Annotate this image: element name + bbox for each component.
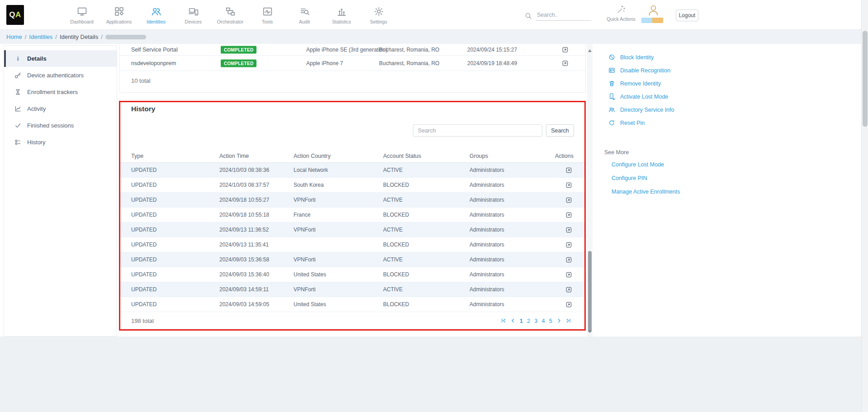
history-row-details-button[interactable] (555, 227, 572, 233)
pagination-page-2[interactable]: 2 (527, 317, 530, 324)
logo-letter-q: Q (9, 10, 15, 19)
quick-actions-button[interactable]: Quick Actions (605, 5, 637, 22)
global-search-input[interactable] (536, 11, 591, 21)
history-row-details-button[interactable] (555, 271, 572, 278)
history-row-details-button[interactable] (555, 286, 572, 293)
history-cell-action-country: Local Network (294, 167, 383, 173)
history-cell-groups: Administrators (470, 242, 555, 248)
history-row-details-button[interactable] (555, 182, 572, 189)
history-row-details-button[interactable] (555, 212, 572, 218)
history-row-details-button[interactable] (555, 167, 572, 174)
nav-item-devices[interactable]: Devices (175, 0, 212, 30)
orchestrator-icon (225, 6, 236, 17)
page-scrollbar[interactable] (861, 0, 868, 412)
identity-sidebar: i Details Device authenticators Enrollme… (4, 45, 117, 336)
breadcrumb: Home / Identities / Identity Details / (0, 30, 868, 44)
pagination-next-button[interactable] (556, 318, 562, 323)
avatar-bar-blue-segment (641, 18, 652, 23)
scroll-down-icon[interactable] (588, 330, 592, 333)
history-cell-action-time: 2024/09/13 11:36:52 (219, 227, 294, 233)
breadcrumb-home[interactable]: Home (6, 33, 22, 40)
history-cell-account-status: BLOCKED (383, 212, 470, 218)
sidebar-item-enrollment-trackers[interactable]: Enrollment trackers (4, 84, 117, 100)
history-cell-groups: Administrators (470, 167, 555, 173)
nav-item-identities[interactable]: Identities (138, 0, 175, 30)
action-reset-pin[interactable]: Reset Pin (608, 116, 674, 129)
nav-item-applications[interactable]: Applications (100, 0, 138, 30)
history-table-row: UPDATED 2024/09/13 11:36:52 VPNForti ACT… (120, 223, 585, 237)
action-block-identity[interactable]: Block Identity (608, 51, 674, 64)
session-details-button[interactable] (562, 46, 569, 53)
history-cell-type: UPDATED (131, 242, 219, 248)
sidebar-item-history[interactable]: History (4, 134, 117, 151)
action-configure-lost-mode[interactable]: Configure Lost Mode (612, 158, 680, 171)
main-content: Self Service Portal COMPLETED Apple iPho… (119, 44, 593, 336)
history-table-row: UPDATED 2024/09/03 15:36:40 United State… (120, 267, 585, 282)
pagination-page-5[interactable]: 5 (549, 317, 552, 324)
history-row-details-button[interactable] (555, 242, 572, 248)
history-cell-groups: Administrators (470, 197, 555, 203)
history-cell-action-country: VPNForti (294, 227, 383, 233)
page-scrollbar-thumb[interactable] (863, 31, 868, 127)
content-scrollbar-thumb[interactable] (588, 251, 592, 332)
id-card-icon (608, 67, 615, 74)
history-cell-groups: Administrators (470, 286, 555, 293)
see-more-label: See More (604, 149, 629, 156)
magic-wand-icon (605, 5, 637, 14)
history-cell-type: UPDATED (131, 301, 219, 308)
history-cell-action-country: South Korea (294, 182, 383, 188)
action-disable-recognition[interactable]: Disable Recognition (608, 64, 674, 77)
content-scrollbar[interactable] (587, 44, 593, 336)
history-cell-type: UPDATED (131, 167, 219, 173)
dashboard-icon (76, 6, 88, 17)
user-avatar[interactable] (641, 4, 665, 23)
nav-item-settings[interactable]: Settings (360, 0, 397, 30)
main-nav: Dashboard Applications Identities Device… (63, 0, 397, 30)
reset-icon (608, 119, 615, 126)
action-configure-pin[interactable]: Configure PIN (612, 171, 680, 185)
history-search-button[interactable]: Search (546, 124, 574, 137)
global-search (525, 11, 591, 21)
pagination-first-button[interactable] (501, 318, 506, 323)
nav-item-statistics[interactable]: Statistics (323, 0, 360, 30)
nav-item-orchestrator[interactable]: Orchestrator (212, 0, 249, 30)
history-table-row: UPDATED 2024/09/03 15:36:58 VPNForti ACT… (120, 252, 585, 267)
history-cell-groups: Administrators (470, 212, 555, 218)
history-row-details-button[interactable] (555, 301, 572, 308)
sidebar-item-finished-sessions[interactable]: Finished sessions (4, 117, 117, 134)
sidebar-item-activity[interactable]: Activity (4, 100, 117, 117)
pagination-page-3[interactable]: 3 (534, 317, 537, 324)
history-cell-action-time: 2024/09/03 14:59:05 (219, 301, 294, 308)
pagination-last-button[interactable] (566, 318, 571, 323)
breadcrumb-identities[interactable]: Identities (29, 33, 52, 40)
pagination-page-1[interactable]: 1 (520, 317, 523, 324)
action-remove-identity[interactable]: Remove Identity (608, 77, 674, 90)
sidebar-item-details[interactable]: i Details (4, 50, 117, 67)
history-row-details-button[interactable] (555, 197, 572, 204)
action-activate-lost-mode[interactable]: Activate Lost Mode (608, 90, 674, 103)
lost-mode-phone-icon (608, 93, 615, 100)
identity-actions-panel: Block Identity Disable Recognition Remov… (608, 51, 674, 129)
checkmark-icon (14, 122, 21, 129)
app-logo[interactable]: QA (6, 5, 24, 25)
action-directory-service-info[interactable]: Directory Service Info (608, 103, 674, 116)
action-manage-active-enrollments[interactable]: Manage Active Enrollments (612, 185, 680, 199)
nav-item-audit[interactable]: Audit (286, 0, 323, 30)
history-list-icon (14, 139, 21, 146)
pagination-page-4[interactable]: 4 (542, 317, 545, 324)
history-search-input[interactable] (413, 124, 542, 137)
history-cell-account-status: ACTIVE (383, 286, 470, 293)
history-cell-type: UPDATED (131, 182, 219, 188)
redacted-identity-name (105, 35, 146, 39)
history-cell-account-status: BLOCKED (383, 271, 470, 278)
nav-item-tools[interactable]: Tools (249, 0, 286, 30)
history-footer: 198 total 1 2 3 4 5 (131, 315, 571, 327)
logout-button[interactable]: Logout (676, 9, 698, 21)
session-details-button[interactable] (562, 60, 569, 66)
scroll-up-icon[interactable] (588, 49, 592, 52)
nav-item-dashboard[interactable]: Dashboard (63, 0, 100, 30)
info-icon: i (14, 55, 21, 62)
history-row-details-button[interactable] (555, 256, 572, 263)
sidebar-item-device-authenticators[interactable]: Device authenticators (4, 67, 117, 84)
pagination-prev-button[interactable] (510, 318, 516, 323)
